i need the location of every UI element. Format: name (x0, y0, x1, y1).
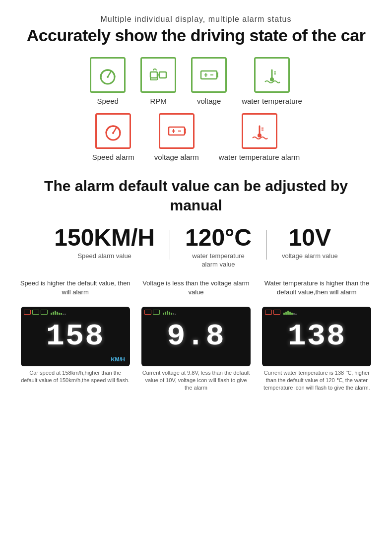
svg-rect-29 (169, 127, 185, 135)
wtbar6 (293, 313, 295, 315)
bar2 (53, 312, 54, 315)
icon-speed-alarm: Speed alarm (92, 113, 134, 161)
voltage-value-block: 10V voltage alarm value (267, 225, 353, 261)
water-temp-alarm-icon (248, 119, 271, 143)
voltage-display-footer: Current voltage at 9.8V, less than the d… (141, 369, 251, 392)
speed-mini-bars (51, 310, 66, 315)
speed-display-col: Speed is higher the default value, then … (20, 279, 131, 385)
temp-value-block: 120°C water temperaturealarm value (170, 225, 266, 269)
water-temp-icon-box (254, 57, 290, 93)
voltage-display-caption: Voltage is less than the voltage alarm v… (140, 279, 251, 303)
bar6 (61, 313, 62, 315)
svg-point-37 (258, 134, 261, 137)
speed-screen-icons (24, 310, 66, 315)
voltage-label: voltage (197, 97, 221, 105)
bar8 (65, 314, 66, 315)
voltage-display-number: 9.8 (167, 319, 225, 354)
voltage-alarm-icon-box (159, 113, 195, 149)
speed-display-footer: Car speed at 158km/h,higher than the def… (21, 369, 130, 385)
displays-section: Speed is higher the default value, then … (20, 279, 372, 392)
voltage-value: 10V (282, 225, 338, 251)
normal-icons-row: Speed RPM (20, 57, 372, 105)
water-temp-display-col: Water temperature is higher than the def… (261, 279, 372, 392)
icon-water-temp-alarm: water temperature alarm (219, 113, 300, 161)
alarm-icons-row: Speed alarm voltage alarm (20, 113, 372, 161)
bar5 (59, 313, 60, 315)
svg-point-2 (107, 76, 109, 78)
temp-value-label: water temperaturealarm value (185, 252, 252, 269)
bar4 (57, 312, 58, 315)
bar1 (51, 313, 52, 315)
speed-display-caption: Speed is higher the default value, then … (20, 279, 131, 303)
voltage-alarm-label: voltage alarm (154, 153, 199, 161)
water-temp-display-caption: Water temperature is higher than the def… (261, 279, 372, 303)
header-subtitle: Multiple individual display, multiple al… (20, 15, 372, 24)
svg-point-25 (112, 132, 114, 134)
vbar1 (163, 313, 164, 315)
vbar2 (165, 312, 166, 315)
water-temp-display-screen: 138 (262, 307, 371, 366)
speed-label: Speed (97, 97, 118, 105)
speed-alarm-icon-box (95, 113, 131, 149)
svg-point-20 (270, 77, 274, 81)
wtbar2 (285, 312, 287, 315)
voltage-display-col: Voltage is less than the voltage alarm v… (140, 279, 251, 392)
vbar6 (173, 313, 174, 315)
water-temp-display-footer: Current water temperature is 138 ℃, high… (262, 369, 371, 392)
svg-rect-7 (159, 72, 166, 78)
voltage-alarm-icon (165, 119, 189, 143)
voltage-icon-box (191, 57, 227, 93)
voltage-icon (197, 63, 221, 87)
wt-mini-icon-red (265, 310, 272, 315)
icon-water-temp: water temperature (242, 57, 302, 105)
voltage-screen-icons (144, 310, 176, 315)
speed-alarm-icon (101, 119, 125, 143)
speed-value: 150KM/H (54, 225, 155, 251)
speed-mini-icon-green-2 (41, 310, 48, 315)
bar7 (63, 314, 64, 315)
wt-mini-bars (283, 310, 297, 315)
vbar5 (171, 313, 172, 315)
manual-title: The alarm default value can be adjusted … (20, 176, 372, 215)
wtbar7 (295, 314, 297, 315)
rpm-icon (146, 63, 170, 87)
header-title: Accurately show the driving state of the… (20, 26, 372, 45)
water-temp-screen-icons (265, 310, 297, 315)
wtbar3 (287, 311, 289, 315)
page: Multiple individual display, multiple al… (0, 0, 392, 402)
speed-display-unit: KM/H (111, 356, 125, 362)
vbar7 (175, 314, 176, 315)
rpm-label: RPM (150, 97, 166, 105)
speed-alarm-label: Speed alarm (92, 153, 134, 161)
water-temp-display-number: 138 (288, 319, 346, 354)
header-section: Multiple individual display, multiple al… (20, 15, 372, 45)
icon-voltage-alarm: voltage alarm (154, 113, 199, 161)
icons-section: Speed RPM (20, 57, 372, 161)
speed-value-label: Speed alarm value (54, 252, 155, 261)
water-temp-icon (260, 63, 284, 87)
wtbar4 (289, 312, 291, 315)
voltage-value-label: voltage alarm value (282, 252, 338, 261)
icon-rpm: RPM (140, 57, 176, 105)
wtbar1 (283, 313, 285, 315)
values-row: 150KM/H Speed alarm value 120°C water te… (20, 225, 372, 269)
temp-value: 120°C (185, 225, 252, 251)
speed-icon-box (90, 57, 126, 93)
speed-mini-icon-red (24, 310, 31, 315)
voltage-mini-icon-green (153, 310, 160, 315)
svg-rect-6 (150, 72, 157, 78)
vbar4 (169, 312, 170, 315)
bar3 (55, 311, 56, 315)
voltage-display-screen: 9.8 (141, 307, 251, 366)
speed-display-screen: 158 KM/H (21, 307, 130, 366)
speed-display-number: 158 (46, 319, 105, 354)
rpm-icon-box (140, 57, 176, 93)
speed-mini-icon-green-1 (32, 310, 39, 315)
voltage-mini-icon-red (144, 310, 151, 315)
svg-rect-12 (201, 71, 217, 79)
icon-voltage: voltage (191, 57, 227, 105)
water-temp-alarm-label: water temperature alarm (219, 153, 300, 161)
vbar3 (167, 311, 168, 315)
speed-value-block: 150KM/H Speed alarm value (39, 225, 170, 261)
wt-mini-icon-red2 (273, 310, 280, 315)
